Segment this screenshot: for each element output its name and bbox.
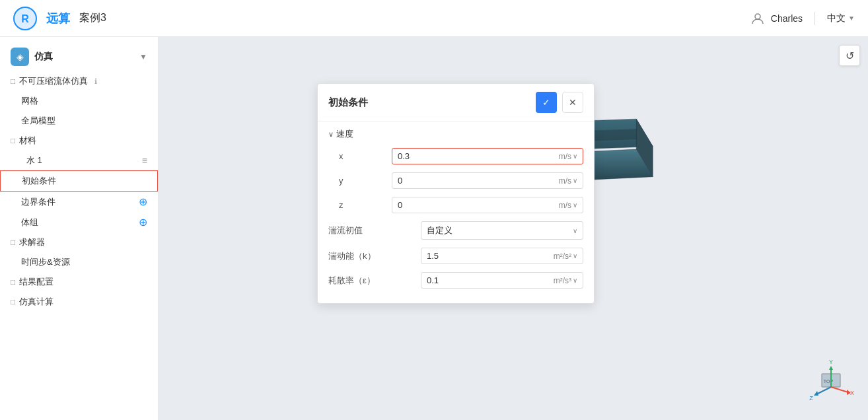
language-selector[interactable]: 中文 ▼ [827,13,855,24]
velocity-x-row: x 0.3 m/s ∨ [318,144,594,168]
turbulence-k-unit: m²/s² ∨ [554,252,577,261]
svg-text:X: X [850,390,854,396]
material-label: 材料 [19,135,36,147]
turbulence-init-row: 湍流初值 自定义 ∨ [318,217,594,244]
turbulence-init-select[interactable]: 自定义 ∨ [421,221,583,240]
info-icon: ℹ [94,77,97,86]
svg-line-21 [831,387,848,392]
panel-actions: ✓ ✕ [536,92,583,113]
velocity-z-value: 0 [398,200,402,210]
sidebar-item-water1[interactable]: 水 1 ≡ [0,151,158,170]
reset-icon: ↺ [846,50,854,62]
panel-close-button[interactable]: ✕ [562,92,583,113]
turbulence-k-label: 湍动能（k） [328,250,421,262]
panel-confirm-button[interactable]: ✓ [536,92,557,113]
sidebar-item-volume-group[interactable]: 体组 ⊕ [0,212,158,232]
turbulence-init-value: 自定义 [427,225,452,236]
boundary-conditions-label: 边界条件 [21,196,55,208]
initial-conditions-panel: 初始条件 ✓ ✕ ∨ 速度 x 0.3 [317,83,595,304]
turbulence-k-value: 1.5 [427,251,439,261]
velocity-x-unit: m/s ∨ [559,152,577,161]
turbulence-k-row: 湍动能（k） 1.5 m²/s² ∨ [318,244,594,268]
velocity-y-label: y [339,176,392,186]
velocity-y-row: y 0 m/s ∨ [318,168,594,193]
dissipation-input[interactable]: 0.1 m²/s³ ∨ [421,272,583,289]
solver-label: 求解器 [19,236,45,248]
sidebar-title: 仿真 [34,51,53,63]
sidebar: ◈ 仿真 ▼ □ 不可压缩流体仿真 ℹ 网格 全局模型 □ 材料 水 1 ≡ 初 [0,37,159,420]
checkmark-icon: ✓ [542,97,550,108]
velocity-z-label: z [339,200,392,210]
panel-header: 初始条件 ✓ ✕ [318,84,594,122]
header: R 远算 案例3 Charles 中文 ▼ [0,0,868,37]
main-content: ◈ 仿真 ▼ □ 不可压缩流体仿真 ℹ 网格 全局模型 □ 材料 水 1 ≡ 初 [0,37,868,420]
user-icon [751,12,764,25]
velocity-z-unit: m/s ∨ [559,201,577,210]
sidebar-item-result-config[interactable]: □ 结果配置 [0,272,158,292]
dissipation-label: 耗散率（ε） [328,275,421,287]
expand-icon: □ [11,297,15,306]
sidebar-item-boundary-conditions[interactable]: 边界条件 ⊕ [0,192,158,212]
case-name: 案例3 [79,11,106,25]
velocity-x-input[interactable]: 0.3 m/s ∨ [392,148,583,164]
lang-chevron-icon: ▼ [848,15,855,22]
sidebar-item-initial-conditions[interactable]: 初始条件 [0,170,158,192]
volume-group-label: 体组 [21,217,38,228]
sidebar-item-simulation-calc[interactable]: □ 仿真计算 [0,292,158,312]
result-config-label: 结果配置 [19,276,54,288]
sidebar-item-label: 不可压缩流体仿真 [19,75,88,87]
viewport: 初始条件 ✓ ✕ ∨ 速度 x 0.3 [159,37,868,420]
water1-label: 水 1 [26,155,42,166]
expand-icon: □ [11,77,15,86]
mesh-label: 网格 [21,95,38,107]
user-name[interactable]: Charles [771,13,803,24]
close-icon: ✕ [569,97,577,108]
expand-icon: □ [11,277,15,287]
panel-title: 初始条件 [328,96,368,109]
svg-text:Y: Y [829,359,833,365]
dissipation-row: 耗散率（ε） 0.1 m²/s³ ∨ [318,268,594,293]
velocity-y-value: 0 [398,176,402,186]
menu-icon: ≡ [142,155,147,166]
global-model-label: 全局模型 [21,115,55,127]
svg-text:TOP: TOP [824,379,834,384]
viewport-reset-button[interactable]: ↺ [839,45,860,66]
header-right: Charles 中文 ▼ [751,12,855,25]
expand-icon: □ [11,136,15,145]
dissipation-unit: m²/s³ ∨ [554,276,577,285]
header-divider [814,12,815,25]
initial-conditions-label: 初始条件 [22,175,56,187]
velocity-x-label: x [339,151,392,161]
sidebar-item-mesh[interactable]: 网格 [0,91,158,111]
velocity-section-header[interactable]: ∨ 速度 [318,122,594,144]
velocity-x-value: 0.3 [398,151,410,161]
app-logo: R [13,7,37,30]
velocity-z-row: z 0 m/s ∨ [318,193,594,217]
sidebar-item-solver[interactable]: □ 求解器 [0,232,158,252]
sidebar-item-timestep[interactable]: 时间步&资源 [0,252,158,272]
timestep-label: 时间步&资源 [21,256,70,268]
velocity-z-input[interactable]: 0 m/s ∨ [392,197,583,213]
svg-point-3 [755,14,760,19]
svg-marker-16 [829,366,833,370]
sidebar-header[interactable]: ◈ 仿真 ▼ [0,42,158,71]
simulation-calc-label: 仿真计算 [19,296,54,308]
svg-text:R: R [21,13,29,24]
app-name: 远算 [46,11,70,26]
header-left: R 远算 案例3 [13,7,106,30]
select-chevron-icon: ∨ [573,227,577,234]
sidebar-item-global-model[interactable]: 全局模型 [0,111,158,131]
sidebar-item-material[interactable]: □ 材料 [0,131,158,151]
sidebar-icon: ◈ [11,48,29,66]
section-chevron-icon: ∨ [328,130,334,139]
turbulence-init-label: 湍流初值 [328,225,421,236]
sidebar-chevron-icon: ▼ [139,52,147,61]
svg-text:Z: Z [809,395,813,402]
turbulence-k-input[interactable]: 1.5 m²/s² ∨ [421,248,583,264]
velocity-y-input[interactable]: 0 m/s ∨ [392,172,583,189]
add-volume-icon[interactable]: ⊕ [139,216,147,228]
sidebar-item-incompressible[interactable]: □ 不可压缩流体仿真 ℹ [0,71,158,91]
velocity-y-unit: m/s ∨ [559,176,577,186]
add-boundary-icon[interactable]: ⊕ [139,195,147,208]
expand-icon: □ [11,238,15,247]
